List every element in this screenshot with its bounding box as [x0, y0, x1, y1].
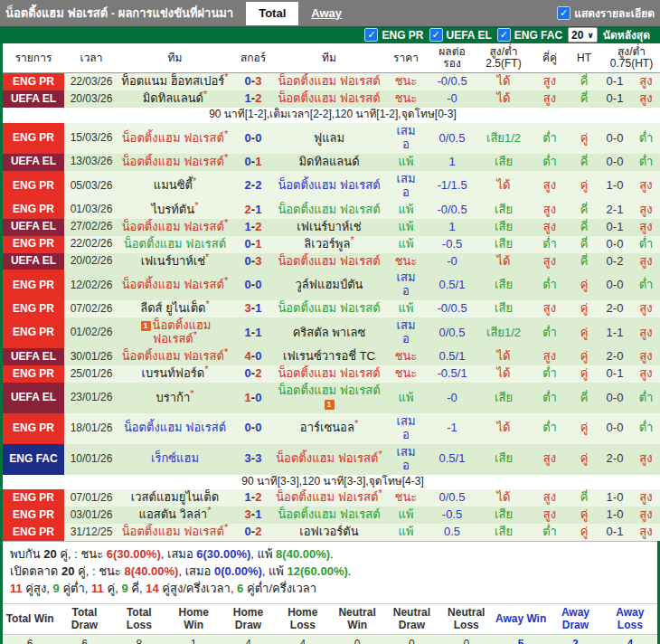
match-date: 27/02/26	[64, 219, 118, 236]
handicap-line: -0.5	[429, 236, 476, 253]
league-badge: ENG PR	[3, 202, 64, 219]
match-row: ENG PR12/02/26น็อตติ้งแฮม ฟอเรสต์*0-0วูล…	[3, 270, 660, 300]
right-team: เอฟเวอร์ตัน	[275, 524, 383, 541]
summary-line: เปิดตลาด 20 คู่, : ชนะ 8(40.00%), เสมอ 0…	[10, 564, 650, 581]
uefa-el-checkbox[interactable]: ✓	[429, 28, 443, 42]
over-under-ft: ต่ำ	[532, 123, 568, 154]
left-team: 1น็อตติ้งแฮม ฟอเรสต์*	[118, 317, 231, 348]
half-time-score: 0-1	[600, 365, 629, 383]
show-details-checkbox[interactable]: ✓	[557, 6, 570, 20]
over-under-ft: ต่ำ	[532, 383, 568, 413]
stats-counts-row: 668144000524	[3, 635, 657, 644]
match-row: ENG PR07/01/26เวสต์แฮมยูไนเต็ด1-2น็อตติ้…	[3, 489, 660, 507]
win-draw-loss-table: Total WinTotal DrawTotal LossHome WinHom…	[3, 603, 657, 644]
left-team: น็อตติ้งแฮม ฟอเรสต์*	[118, 348, 231, 365]
stats-cell: Total Loss	[112, 603, 166, 635]
odd-even: คี่	[568, 383, 600, 413]
handicap-line: 0.5/1	[429, 348, 476, 365]
over-under-ft: สูง	[532, 444, 568, 475]
right-team: น็อตติ้งแฮม ฟอเรสต์	[275, 171, 383, 202]
filter-uefa-el: ✓ UEFA EL	[429, 28, 492, 42]
stats-cell: Home Win	[166, 603, 221, 635]
page-title: น็อตติ้งแฮม ฟอเรสต์ - ผลการแข่งขันที่ผ่า…	[5, 4, 233, 23]
stats-cell: 6	[57, 635, 111, 644]
half-time-score: 0-0	[600, 123, 629, 154]
match-count-select[interactable]: 20 ∨	[568, 27, 598, 43]
left-team: เบรนท์ฟอร์ด*	[118, 365, 231, 383]
column-header: สกอร์	[231, 43, 275, 73]
league-badge: UEFA EL	[3, 90, 64, 108]
column-header: เวลา	[64, 43, 118, 73]
over-under-ft: สูง	[532, 300, 568, 317]
handicap-line: 0.5	[429, 524, 476, 541]
league-badge: ENG PR	[3, 300, 64, 317]
column-header: ทีม	[275, 43, 383, 73]
match-date: 01/03/26	[64, 202, 118, 219]
left-team: เร็กซ์แฮม	[118, 444, 231, 475]
right-team: มิดทิลแลนด์	[275, 154, 383, 171]
tab-total[interactable]: Total	[246, 2, 298, 25]
match-date: 05/03/26	[64, 171, 118, 202]
match-result: เสม อ	[383, 413, 429, 444]
left-team: แอสตัน วิลล่า*	[118, 507, 231, 524]
right-team: น็อตติ้งแฮม ฟอเรสต์1	[275, 383, 383, 413]
match-date: 22/03/26	[64, 73, 118, 90]
stats-cell: 4	[221, 635, 275, 644]
eng-fac-checkbox[interactable]: ✓	[497, 28, 511, 42]
match-result: ชนะ	[383, 348, 429, 365]
handicap-line: 0/0.5	[429, 489, 476, 507]
stats-cell: 5	[494, 635, 548, 644]
half-time-score: 1-0	[600, 507, 629, 524]
stats-cell: Total Win	[3, 603, 57, 635]
handicap-result: ได้	[476, 413, 532, 444]
summary-line: พบกัน 20 คู่, : ชนะ 6(30.00%), เสมอ 6(30…	[10, 546, 650, 564]
league-badge: UEFA EL	[3, 219, 64, 236]
left-team: น็อตติ้งแฮม ฟอเรสต์*	[118, 219, 231, 236]
odd-even: คี่	[568, 73, 600, 90]
full-time-score: 1-2	[231, 489, 275, 507]
match-row: UEFA EL20/02/26เฟเนร์บาห์เช่*0-3น็อตติ้ง…	[3, 253, 660, 270]
tab-away[interactable]: Away	[298, 2, 354, 25]
results-table: รายการเวลาทีมสกอร์ทีมราคาผลต่อ รองสูง/ต่…	[3, 43, 660, 541]
league-badge: ENG PR	[3, 123, 64, 154]
match-row: ENG PR05/03/26แมนซิตี้*2-2น็อตติ้งแฮม ฟอ…	[3, 171, 660, 202]
match-date: 07/02/26	[64, 300, 118, 317]
match-result: แพ้	[383, 524, 429, 541]
left-team: มิดทิลแลนด์*	[118, 90, 231, 108]
over-under-ft: สูง	[532, 90, 568, 108]
half-time-score: 2-0	[600, 348, 629, 365]
column-header: รายการ	[3, 43, 64, 73]
left-team: น็อตติ้งแฮม ฟอเรสต์*	[118, 154, 231, 171]
column-header: HT	[568, 43, 600, 73]
match-result: แพ้	[383, 236, 429, 253]
stats-cell: Away Win	[494, 603, 548, 635]
content-frame: ✓ ENG PR ✓ UEFA EL ✓ ENG FAC 20 ∨ นัดหลั…	[0, 26, 660, 644]
eng-pr-checkbox[interactable]: ✓	[364, 28, 378, 42]
match-row: ENG FAC10/01/26เร็กซ์แฮม3-3น็อตติ้งแฮม ฟ…	[3, 444, 660, 475]
match-result: เสม อ	[383, 270, 429, 300]
match-result: แพ้	[383, 154, 429, 171]
league-badge: ENG PR	[3, 73, 64, 90]
eng-fac-label: ENG FAC	[514, 29, 562, 42]
handicap-line: -0/0.5	[429, 73, 476, 90]
league-badge: ENG PR	[3, 413, 64, 444]
handicap-line: 1	[429, 154, 476, 171]
right-team: เฟเรนซ์วารอชี่ TC	[275, 348, 383, 365]
odd-even: คู่	[568, 348, 600, 365]
odd-even: คี่	[568, 154, 600, 171]
handicap-result: เสีย	[476, 300, 532, 317]
handicap-result: เสีย	[476, 219, 532, 236]
full-time-score: 3-3	[231, 444, 275, 475]
column-header: ราคา	[383, 43, 429, 73]
half-time-score: 0-0	[600, 383, 629, 413]
league-badge: UEFA EL	[3, 154, 64, 171]
table-header-row: รายการเวลาทีมสกอร์ทีมราคาผลต่อ รองสูง/ต่…	[3, 43, 660, 73]
match-row: ENG PR01/02/261น็อตติ้งแฮม ฟอเรสต์*1-1คร…	[3, 317, 660, 348]
full-time-score: 0-2	[231, 365, 275, 383]
odd-even: คู่	[568, 123, 600, 154]
odd-even: คู่	[568, 524, 600, 541]
handicap-result: เสีย	[476, 202, 532, 219]
over-under-ht: สูง	[629, 171, 660, 202]
match-date: 03/01/26	[64, 507, 118, 524]
right-team: อาร์เซนอล*	[275, 413, 383, 444]
